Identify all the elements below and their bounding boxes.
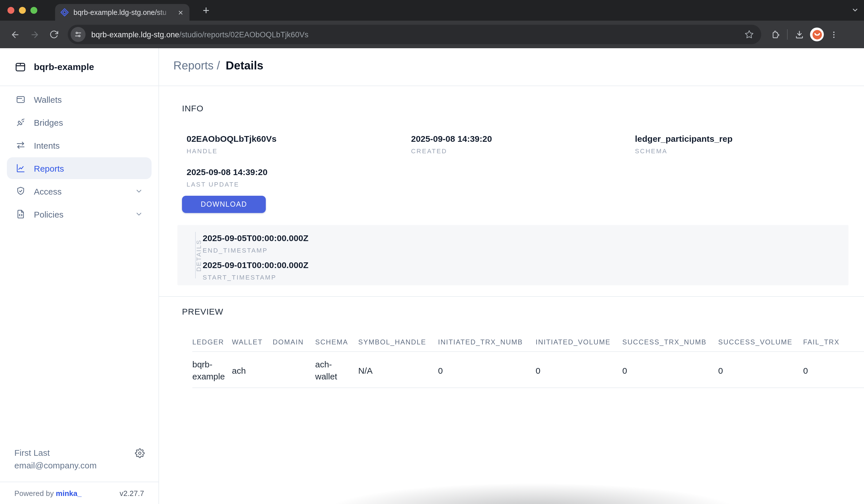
field-value: 2025-09-08 14:39:20 [411,133,635,144]
wallet-icon [15,94,26,105]
col-header-symbol-handle[interactable]: SYMBOL_HANDLE [358,338,438,351]
page-header: Reports / Details [159,48,864,86]
powered-by-text: Powered by [14,489,54,497]
field-value: ledger_participants_rep [635,133,848,144]
minimize-window-button[interactable] [19,7,26,14]
col-header-initiated-trx-numb[interactable]: INITIATED_TRX_NUMB [438,338,536,351]
chevron-down-icon [135,210,143,218]
sidebar-item-intents[interactable]: Intents [7,134,152,156]
tab-title: bqrb-example.ldg-stg.one/stu [73,8,172,16]
file-code-icon [15,209,26,219]
sidebar-item-label: Policies [34,209,63,219]
cell-ledger: bqrb-example [192,351,232,388]
close-window-button[interactable] [8,7,14,14]
browser-tab[interactable]: bqrb-example.ldg-stg.one/stu × [55,4,190,21]
browser-toolbar: bqrb-example.ldg-stg.one/studio/reports/… [0,21,864,48]
tab-search-chevron-icon[interactable] [851,6,859,14]
page-title: Details [226,59,263,72]
sidebar-item-reports[interactable]: Reports [7,157,152,179]
profile-avatar[interactable] [810,27,824,41]
field-label: SCHEMA [635,147,848,155]
address-bar[interactable]: bqrb-example.ldg-stg.one/studio/reports/… [68,25,761,44]
col-header-wallet[interactable]: WALLET [232,338,273,351]
cell-domain [273,351,315,388]
col-header-ledger[interactable]: LEDGER [192,338,232,351]
col-header-schema[interactable]: SCHEMA [315,338,358,351]
browser-tab-strip: bqrb-example.ldg-stg.one/stu × + [0,0,864,21]
sidebar-item-label: Access [34,186,62,196]
downloads-icon[interactable] [794,29,804,39]
field-label: CREATED [411,147,635,155]
workspace-header[interactable]: bqrb-example [0,48,158,86]
reload-icon[interactable] [45,25,63,44]
field-label: END_TIMESTAMP [203,247,849,254]
sidebar-nav: Wallets Bridges Intents [0,86,158,225]
extensions-icon[interactable] [770,29,780,39]
zoom-window-button[interactable] [31,7,37,14]
sidebar-item-policies[interactable]: Policies [7,203,152,225]
field-label: START_TIMESTAMP [203,274,849,281]
url-host: bqrb-example.ldg-stg.one [91,30,179,39]
info-field-handle: 02EAObOQLbTjk60Vs HANDLE [187,133,411,155]
sidebar-item-bridges[interactable]: Bridges [7,111,152,133]
sidebar-item-label: Bridges [34,117,63,127]
report-details-content: INFO 02EAObOQLbTjk60Vs HANDLE 2025-09-08… [159,86,864,388]
app-version: v2.27.7 [120,489,144,497]
bottom-window-shadow [239,481,825,504]
toolbar-actions [770,27,838,41]
field-value: 2025-09-05T00:00:00.000Z [203,232,849,243]
powered-by: Powered by minka_ [14,489,82,497]
plug-icon [15,117,26,128]
app-window: bqrb-example Wallets Bridges [0,48,864,504]
info-field-last-update: 2025-09-08 14:39:20 LAST UPDATE [187,167,411,188]
brand-link[interactable]: minka_ [56,489,82,497]
field-value: 2025-09-01T00:00:00.000Z [203,260,849,271]
preview-heading: PREVIEW [182,307,848,316]
browser-menu-icon[interactable] [830,30,838,39]
col-header-fail-trx[interactable]: FAIL_TRX [803,338,864,351]
url-text: bqrb-example.ldg-stg.one/studio/reports/… [91,30,308,39]
main-panel: Reports / Details INFO 02EAObOQLbTjk60Vs… [159,48,864,504]
col-header-domain[interactable]: DOMAIN [273,338,315,351]
toolbar-divider [787,29,788,40]
breadcrumb-reports[interactable]: Reports / [173,59,220,72]
workspace-name: bqrb-example [34,62,94,72]
cell-fail-trx: 0 [803,351,864,388]
field-value: 02EAObOQLbTjk60Vs [187,133,411,144]
swap-arrows-icon [15,140,26,151]
table-row[interactable]: bqrb-example ach ach-wallet N/A 0 0 0 0 … [192,351,864,388]
info-field-created: 2025-09-08 14:39:20 CREATED [411,133,635,155]
details-field-end-timestamp: 2025-09-05T00:00:00.000Z END_TIMESTAMP [203,232,849,254]
col-header-success-trx-numb[interactable]: SUCCESS_TRX_NUMB [622,338,718,351]
forward-icon[interactable] [25,25,44,44]
download-button[interactable]: DOWNLOAD [182,196,266,213]
preview-table-wrap[interactable]: LEDGER WALLET DOMAIN SCHEMA SYMBOL_HANDL… [192,338,864,388]
new-tab-button[interactable]: + [199,3,214,18]
gear-icon[interactable] [135,448,145,458]
sidebar-item-label: Reports [34,163,64,173]
col-header-success-volume[interactable]: SUCCESS_VOLUME [718,338,803,351]
cell-success-trx-numb: 0 [622,351,718,388]
details-rail-line [195,232,196,278]
sidebar-item-access[interactable]: Access [7,180,152,202]
user-name: First Last [14,447,144,459]
window-controls [8,7,37,14]
tab-favicon-icon [60,8,69,17]
cell-success-volume: 0 [718,351,803,388]
field-label: LAST UPDATE [187,181,411,188]
bookmark-star-icon[interactable] [741,26,758,43]
sidebar-item-wallets[interactable]: Wallets [7,88,152,110]
chart-line-icon [15,163,26,173]
site-settings-icon[interactable] [71,27,85,42]
tab-close-icon[interactable]: × [177,8,184,17]
details-field-start-timestamp: 2025-09-01T00:00:00.000Z START_TIMESTAMP [203,260,849,281]
cell-initiated-trx-numb: 0 [438,351,536,388]
col-header-initiated-volume[interactable]: INITIATED_VOLUME [536,338,622,351]
preview-table: LEDGER WALLET DOMAIN SCHEMA SYMBOL_HANDL… [192,338,864,388]
details-rail-label: DETAILS [195,239,202,271]
sidebar-item-label: Wallets [34,94,62,104]
back-icon[interactable] [6,25,24,44]
cell-schema: ach-wallet [315,351,358,388]
user-email: email@company.com [14,459,144,472]
user-info: First Last email@company.com [0,447,158,482]
